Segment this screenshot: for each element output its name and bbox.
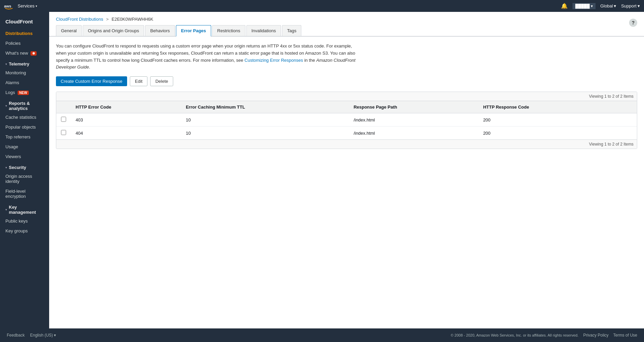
tab-restrictions[interactable]: Restrictions (212, 25, 245, 36)
top-navigation: aws Services ▾ 🔔 █████ ▾ Global ▾ Suppor… (0, 0, 644, 12)
tab-error-pages[interactable]: Error Pages (176, 25, 211, 37)
sidebar-item-public-keys[interactable]: Public keys (0, 216, 49, 226)
sidebar-item-whats-new[interactable]: What's new ✱ (0, 48, 49, 58)
row2-checkbox[interactable] (61, 130, 66, 135)
customizing-error-responses-link[interactable]: Customizing Error Responses (244, 58, 303, 63)
sidebar-section-reports[interactable]: ▾ Reports & analytics (0, 97, 49, 112)
row2-http-error-code: 404 (71, 127, 181, 140)
aws-logo[interactable]: aws (4, 3, 14, 10)
sidebar-title: CloudFront (0, 16, 49, 28)
create-custom-error-response-button[interactable]: Create Custom Error Response (56, 76, 127, 86)
col-http-error-code: HTTP Error Code (71, 101, 181, 113)
sidebar-section-key-management[interactable]: ▾ Key management (0, 201, 49, 216)
services-caret-icon: ▾ (36, 4, 37, 8)
privacy-policy-link[interactable]: Privacy Policy (583, 333, 609, 338)
services-label: Services (18, 3, 35, 8)
support-label: Support (621, 3, 637, 8)
terms-of-use-link[interactable]: Terms of Use (613, 333, 637, 338)
sidebar-section-telemetry[interactable]: ▾ Telemetry (0, 58, 49, 68)
region-label: Global (600, 3, 613, 8)
row1-response-page-path: /index.html (349, 113, 478, 127)
row2-checkbox-cell (56, 127, 71, 140)
sidebar-item-origin-access[interactable]: Origin access identity (0, 171, 49, 186)
row1-extra (614, 113, 637, 127)
col-min-ttl: Error Caching Minimum TTL (181, 101, 349, 113)
action-bar: Create Custom Error Response Edit Delete (56, 76, 637, 86)
breadcrumb: CloudFront Distributions > E2E0K0WPAWHH6… (49, 12, 644, 25)
footer: Feedback English (US) ▾ © 2008 - 2020, A… (0, 328, 644, 342)
delete-button[interactable]: Delete (150, 76, 173, 86)
col-extra (614, 101, 637, 113)
page-content: You can configure CloudFront to respond … (49, 37, 644, 155)
sidebar-item-distributions[interactable]: Distributions (0, 28, 49, 38)
language-caret-icon: ▾ (54, 333, 56, 338)
error-pages-table: HTTP Error Code Error Caching Minimum TT… (56, 101, 637, 139)
region-selector[interactable]: Global ▾ (600, 3, 617, 8)
table-row: 404 10 /index.html 200 (56, 127, 637, 140)
user-label: █████ (575, 4, 590, 8)
row1-checkbox[interactable] (61, 117, 66, 122)
table-top-info: Viewing 1 to 2 of 2 Items (56, 92, 637, 101)
tab-tags[interactable]: Tags (282, 25, 301, 36)
row2-response-page-path: /index.html (349, 127, 478, 140)
support-menu[interactable]: Support ▾ (621, 3, 640, 8)
services-menu[interactable]: Services ▾ (18, 3, 37, 8)
col-http-response-code: HTTP Response Code (478, 101, 613, 113)
reports-caret-icon: ▾ (5, 104, 7, 108)
sidebar-item-field-encryption[interactable]: Field-level encryption (0, 186, 49, 201)
telemetry-caret-icon: ▾ (5, 62, 7, 66)
nav-right: 🔔 █████ ▾ Global ▾ Support ▾ (561, 3, 640, 9)
tab-bar: General Origins and Origin Groups Behavi… (49, 25, 644, 37)
table-header-row: HTTP Error Code Error Caching Minimum TT… (56, 101, 637, 113)
tab-invalidations[interactable]: Invalidations (246, 25, 281, 36)
svg-text:aws: aws (4, 4, 11, 8)
feedback-link[interactable]: Feedback (7, 333, 25, 338)
help-icon[interactable]: ? (629, 19, 637, 27)
user-caret-icon: ▾ (591, 4, 593, 8)
language-selector[interactable]: English (US) ▾ (30, 333, 56, 338)
sidebar-item-logs[interactable]: Logs NEW (0, 88, 49, 97)
row1-min-ttl: 10 (181, 113, 349, 127)
breadcrumb-current: E2E0K0WPAWHH6K (112, 17, 153, 22)
security-caret-icon: ▾ (5, 166, 7, 169)
breadcrumb-distributions-link[interactable]: CloudFront Distributions (56, 17, 103, 22)
info-text-end: . (89, 64, 90, 70)
col-checkbox (56, 101, 71, 113)
sidebar-section-security[interactable]: ▾ Security (0, 162, 49, 171)
language-label: English (US) (30, 333, 53, 338)
col-response-page-path: Response Page Path (349, 101, 478, 113)
sidebar-item-policies[interactable]: Policies (0, 38, 49, 48)
main-content: CloudFront Distributions > E2E0K0WPAWHH6… (49, 12, 644, 328)
sidebar: CloudFront Distributions Policies What's… (0, 12, 49, 328)
user-menu[interactable]: █████ ▾ (572, 3, 596, 9)
support-caret-icon: ▾ (638, 3, 640, 8)
sidebar-item-monitoring[interactable]: Monitoring (0, 68, 49, 78)
tab-behaviors[interactable]: Behaviors (145, 25, 175, 36)
key-management-caret-icon: ▾ (5, 208, 7, 211)
footer-left: Feedback English (US) ▾ (7, 333, 56, 338)
logs-new-badge: NEW (18, 91, 29, 95)
sidebar-item-key-groups[interactable]: Key groups (0, 226, 49, 236)
table-row: 403 10 /index.html 200 (56, 113, 637, 127)
tab-origins[interactable]: Origins and Origin Groups (83, 25, 144, 36)
sidebar-item-popular-objects[interactable]: Popular objects (0, 122, 49, 132)
sidebar-item-usage[interactable]: Usage (0, 142, 49, 152)
region-caret-icon: ▾ (614, 3, 616, 8)
copyright-text: © 2008 - 2020, Amazon Web Services, Inc.… (451, 333, 579, 337)
bell-icon[interactable]: 🔔 (561, 3, 568, 9)
row2-min-ttl: 10 (181, 127, 349, 140)
whats-new-badge: ✱ (31, 51, 37, 56)
info-text-after: in the (303, 58, 316, 63)
sidebar-item-alarms[interactable]: Alarms (0, 78, 49, 88)
row2-extra (614, 127, 637, 140)
sidebar-item-viewers[interactable]: Viewers (0, 152, 49, 162)
row2-http-response-code: 200 (478, 127, 613, 140)
edit-button[interactable]: Edit (130, 76, 147, 86)
error-pages-table-wrapper: Viewing 1 to 2 of 2 Items HTTP Error Cod… (56, 92, 637, 149)
row1-http-error-code: 403 (71, 113, 181, 127)
sidebar-item-cache-statistics[interactable]: Cache statistics (0, 112, 49, 122)
tab-general[interactable]: General (56, 25, 82, 36)
row1-checkbox-cell (56, 113, 71, 127)
sidebar-item-top-referrers[interactable]: Top referrers (0, 132, 49, 142)
table-bottom-info: Viewing 1 to 2 of 2 Items (56, 139, 637, 149)
